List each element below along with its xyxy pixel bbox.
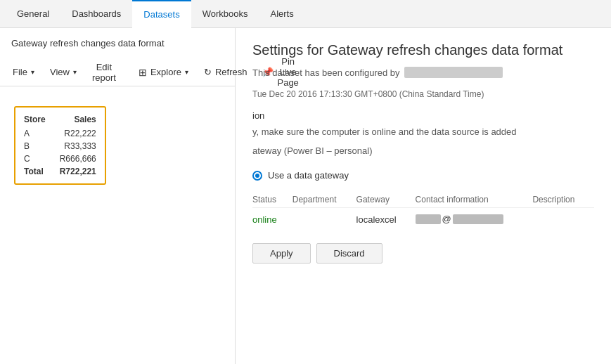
store-c: C — [24, 152, 60, 165]
use-data-gateway-label: Use a data gateway — [268, 170, 349, 181]
apply-button[interactable]: Apply — [252, 243, 311, 264]
action-buttons: Apply Discard — [252, 243, 594, 264]
gateway-table: Status Department Gateway Contact inform… — [252, 192, 594, 232]
table-row: B R33,333 — [24, 140, 96, 152]
toolbar: File ▾ View ▾ Edit report ⊞ Explore ▾ ↻ … — [0, 58, 235, 86]
partial-text: y, make sure the computer is online and … — [252, 126, 594, 137]
data-table: Store Sales A R22,222 B R33,333 — [24, 113, 96, 178]
status-online: online — [252, 214, 277, 225]
radio-button-icon — [252, 171, 262, 181]
total-label: Total — [24, 165, 60, 178]
main-layout: Gateway refresh changes data format File… — [0, 28, 611, 364]
col-department-header: Department — [292, 192, 356, 208]
radio-inner — [255, 174, 259, 178]
store-a: A — [24, 127, 60, 140]
gateway-cell: localexcel — [356, 208, 416, 232]
discard-button[interactable]: Discard — [316, 243, 382, 264]
tab-workbooks[interactable]: Workbooks — [191, 0, 259, 28]
gateway-row: online localexcel @ — [252, 208, 594, 232]
partial-ion: ion — [252, 110, 594, 121]
contact-domain-redacted — [453, 214, 503, 224]
file-button[interactable]: File ▾ — [6, 63, 41, 82]
data-table-widget: Store Sales A R22,222 B R33,333 — [14, 106, 106, 185]
edit-report-button[interactable]: Edit report — [85, 58, 123, 87]
total-value: R722,221 — [60, 165, 96, 178]
sales-c: R666,666 — [60, 152, 96, 165]
tab-datasets[interactable]: Datasets — [132, 0, 191, 28]
view-button[interactable]: View ▾ — [43, 63, 84, 82]
col-store-header: Store — [24, 113, 60, 127]
col-status-header: Status — [252, 192, 292, 208]
config-user-redacted — [404, 67, 503, 78]
contact-cell: @ — [416, 208, 533, 232]
refresh-icon: ↻ — [204, 67, 212, 77]
tab-alerts[interactable]: Alerts — [259, 0, 304, 28]
contact-info: @ — [416, 214, 503, 224]
contact-name-redacted — [416, 214, 441, 224]
description-cell — [532, 208, 594, 232]
explore-label: Explore — [150, 67, 181, 77]
table-row: A R22,222 — [24, 127, 96, 140]
table-total-row: Total R722,221 — [24, 165, 96, 178]
file-label: File — [13, 67, 27, 77]
col-description-header: Description — [532, 192, 594, 208]
tab-general[interactable]: General — [6, 0, 60, 28]
timestamp: Tue Dec 20 2016 17:13:30 GMT+0800 (China… — [252, 89, 594, 99]
sidebar: Gateway refresh changes data format File… — [0, 28, 236, 364]
config-prefix: This dataset has been configured by — [252, 67, 400, 78]
config-info: This dataset has been configured by — [252, 67, 594, 78]
department-cell — [292, 208, 356, 232]
view-label: View — [50, 67, 70, 77]
at-sign: @ — [442, 214, 451, 224]
status-cell: online — [252, 208, 292, 232]
store-b: B — [24, 140, 60, 152]
sales-b: R33,333 — [60, 140, 96, 152]
gateway-text: ateway (Power BI – personal) — [252, 145, 594, 156]
content-panel: Settings for Gateway refresh changes dat… — [236, 28, 611, 364]
settings-title: Settings for Gateway refresh changes dat… — [252, 42, 594, 58]
chevron-down-icon: ▾ — [185, 68, 188, 76]
tab-dashboards[interactable]: Dashboards — [60, 0, 132, 28]
sidebar-item-gateway[interactable]: Gateway refresh changes data format — [0, 28, 235, 58]
chevron-down-icon: ▾ — [73, 68, 77, 76]
col-contact-header: Contact information — [416, 192, 533, 208]
sales-a: R22,222 — [60, 127, 96, 140]
edit-report-label: Edit report — [92, 62, 116, 83]
use-data-gateway-radio[interactable]: Use a data gateway — [252, 170, 594, 181]
top-nav: General Dashboards Datasets Workbooks Al… — [0, 0, 611, 28]
col-sales-header: Sales — [60, 113, 96, 127]
col-gateway-header: Gateway — [356, 192, 416, 208]
explore-icon: ⊞ — [139, 67, 147, 78]
chevron-down-icon: ▾ — [31, 68, 34, 76]
table-row: C R666,666 — [24, 152, 96, 165]
explore-button[interactable]: ⊞ Explore ▾ — [131, 63, 195, 82]
sidebar-content: Store Sales A R22,222 B R33,333 — [0, 86, 235, 207]
